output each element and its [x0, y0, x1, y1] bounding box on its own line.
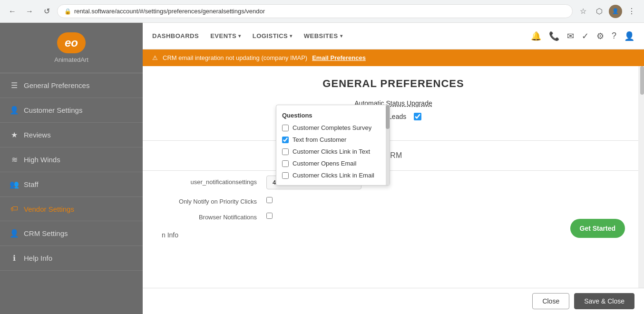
- sidebar-item-customer-settings[interactable]: 👤 Customer Settings: [0, 98, 143, 123]
- automatic-status-section: Automatic Status Upgrade Vendor Leads: [143, 99, 644, 136]
- nav-item-logistics[interactable]: LOGISTICS▾: [253, 30, 293, 41]
- dropdown-item[interactable]: Customer Clicks Link in Email: [276, 169, 390, 181]
- automatic-status-row: Automatic Status Upgrade: [162, 99, 625, 107]
- alert-banner: ⚠ CRM email integration not updating (co…: [143, 49, 644, 66]
- sidebar: eo AnimatedArt ☰ General Preferences 👤 C…: [0, 23, 143, 314]
- url-text: rental.software/account/#/settings/prefe…: [74, 8, 265, 15]
- scrollbar[interactable]: [638, 66, 644, 288]
- browser-notifications-checkbox[interactable]: [266, 213, 273, 219]
- phone-icon[interactable]: 📞: [549, 31, 559, 41]
- dropdown-header: Questions: [276, 109, 390, 122]
- sidebar-item-high-winds[interactable]: ≋ High Winds: [0, 147, 143, 172]
- user-icon[interactable]: 👤: [624, 31, 634, 41]
- sidebar-item-general-preferences[interactable]: ☰ General Preferences: [0, 73, 143, 98]
- sidebar-item-help-info[interactable]: ℹ Help Info: [0, 246, 143, 271]
- dropdown-item[interactable]: Customer Clicks Link in Text: [276, 146, 390, 157]
- dropdown-item[interactable]: Customer Completes Survey: [276, 122, 390, 134]
- section-divider-2: [143, 170, 644, 171]
- alert-message: CRM email integration not updating (comp…: [163, 54, 307, 61]
- nav-item-dashboards[interactable]: DASHBOARDS: [152, 30, 199, 41]
- dropdown-item-checkbox[interactable]: [282, 160, 289, 167]
- dropdown-item[interactable]: Text from Customer: [276, 134, 390, 146]
- star-button[interactable]: ☆: [576, 5, 590, 18]
- nav-arrow-icon: ▾: [340, 33, 343, 39]
- dropdown-scrollbar-thumb[interactable]: [386, 105, 390, 129]
- footer-bar: Close Save & Close: [143, 288, 644, 314]
- sidebar-nav: ☰ General Preferences 👤 Customer Setting…: [0, 73, 143, 314]
- sidebar-label-reviews: Reviews: [24, 131, 51, 139]
- browser-actions: ☆ ⬡ 👤 ⋮: [576, 5, 638, 18]
- get-started-container: Get Started: [580, 257, 634, 276]
- logo-icon: eo: [57, 32, 86, 53]
- notifications-icon[interactable]: 🔔: [531, 31, 541, 41]
- dropdown-item-label: Customer Opens Email: [293, 160, 356, 167]
- sidebar-item-reviews[interactable]: ★ Reviews: [0, 123, 143, 147]
- check-icon[interactable]: ✓: [582, 31, 589, 41]
- company-name: AnimatedArt: [54, 56, 88, 63]
- sidebar-icon-help-info: ℹ: [10, 254, 19, 263]
- get-started-button[interactable]: Get Started: [570, 219, 625, 238]
- dropdown-item-checkbox[interactable]: [282, 172, 289, 179]
- alert-icon: ⚠: [152, 54, 158, 61]
- dropdown-item-label: Customer Completes Survey: [293, 124, 371, 131]
- partial-bottom-section: n Info: [143, 226, 644, 244]
- only-notify-label: Only Notify on Priority Clicks: [162, 195, 257, 205]
- email-icon[interactable]: ✉: [567, 31, 574, 41]
- sidebar-icon-vendor-settings: 🏷: [10, 205, 19, 213]
- profile-avatar[interactable]: 👤: [609, 5, 622, 18]
- settings-icon[interactable]: ⚙: [596, 31, 604, 41]
- sidebar-icon-general-preferences: ☰: [10, 81, 19, 90]
- sidebar-label-customer-settings: Customer Settings: [24, 106, 82, 114]
- dropdown-item-label: Customer Clicks Link in Email: [293, 172, 374, 179]
- browser-chrome: ← → ↺ 🔒 rental.software/account/#/settin…: [0, 0, 644, 23]
- page-content: GENERAL PREFERENCES Automatic Status Upg…: [143, 66, 644, 288]
- dropdown-scroll: Questions Customer Completes Survey Text…: [276, 105, 390, 185]
- sidebar-label-crm-settings: CRM Settings: [24, 229, 68, 237]
- dropdown-item[interactable]: Customer Opens Email: [276, 157, 390, 169]
- nav-item-websites[interactable]: WEBSITES▾: [304, 30, 342, 41]
- close-button[interactable]: Close: [532, 293, 569, 309]
- page-title: GENERAL PREFERENCES: [143, 66, 644, 99]
- address-bar[interactable]: 🔒 rental.software/account/#/settings/pre…: [57, 4, 573, 18]
- back-button[interactable]: ←: [6, 5, 19, 18]
- sidebar-icon-high-winds: ≋: [10, 155, 19, 164]
- nav-icons: 🔔 📞 ✉ ✓ ⚙ ? 👤: [531, 31, 634, 41]
- sidebar-icon-staff: 👥: [10, 180, 19, 189]
- sidebar-item-staff[interactable]: 👥 Staff: [0, 172, 143, 197]
- sidebar-item-vendor-settings[interactable]: 🏷 Vendor Settings: [0, 197, 143, 221]
- help-icon[interactable]: ?: [612, 31, 616, 41]
- browser-notifications-row: Browser Notifications: [162, 211, 625, 221]
- extension-button[interactable]: ⬡: [593, 5, 606, 18]
- nav-arrow-icon: ▾: [238, 33, 241, 39]
- scrollbar-thumb[interactable]: [640, 66, 644, 95]
- dropdown-item-checkbox[interactable]: [282, 148, 289, 155]
- sidebar-label-high-winds: High Winds: [24, 156, 60, 164]
- alert-link[interactable]: Email Preferences: [312, 54, 366, 61]
- forward-button[interactable]: →: [23, 5, 36, 18]
- sidebar-logo: eo AnimatedArt: [0, 23, 143, 73]
- sidebar-label-vendor-settings: Vendor Settings: [24, 205, 74, 213]
- dropdown-scrollbar[interactable]: [386, 105, 390, 185]
- dropdown-item-checkbox[interactable]: [282, 125, 289, 131]
- sidebar-icon-crm-settings: 👤: [10, 229, 19, 238]
- dropdown-item-label: Text from Customer: [293, 136, 346, 143]
- sidebar-item-crm-settings[interactable]: 👤 CRM Settings: [0, 221, 143, 246]
- dropdown-item-label: Customer Clicks Link in Text: [293, 148, 370, 155]
- main-content: DASHBOARDSEVENTS▾LOGISTICS▾WEBSITES▾ 🔔 📞…: [143, 23, 644, 314]
- refresh-button[interactable]: ↺: [40, 5, 53, 18]
- dropdown-item-checkbox[interactable]: [282, 137, 289, 143]
- crm-notification-row: user_notificationsettings 4 / 18 Actions…: [162, 176, 625, 189]
- sidebar-label-help-info: Help Info: [24, 254, 52, 262]
- menu-button[interactable]: ⋮: [625, 5, 638, 18]
- save-close-button[interactable]: Save & Close: [574, 293, 634, 309]
- nav-item-events[interactable]: EVENTS▾: [210, 30, 241, 41]
- dropdown-panel: Questions Customer Completes Survey Text…: [276, 105, 390, 186]
- only-notify-checkbox[interactable]: [266, 197, 273, 203]
- crm-section: user_notificationsettings 4 / 18 Actions…: [143, 176, 644, 221]
- sidebar-icon-customer-settings: 👤: [10, 106, 19, 115]
- vendor-leads-checkbox[interactable]: [414, 113, 421, 120]
- section-divider-1: [143, 140, 644, 141]
- sidebar-label-general-preferences: General Preferences: [24, 81, 89, 89]
- vendor-leads-row: Vendor Leads: [162, 113, 625, 120]
- nav-arrow-icon: ▾: [290, 33, 293, 39]
